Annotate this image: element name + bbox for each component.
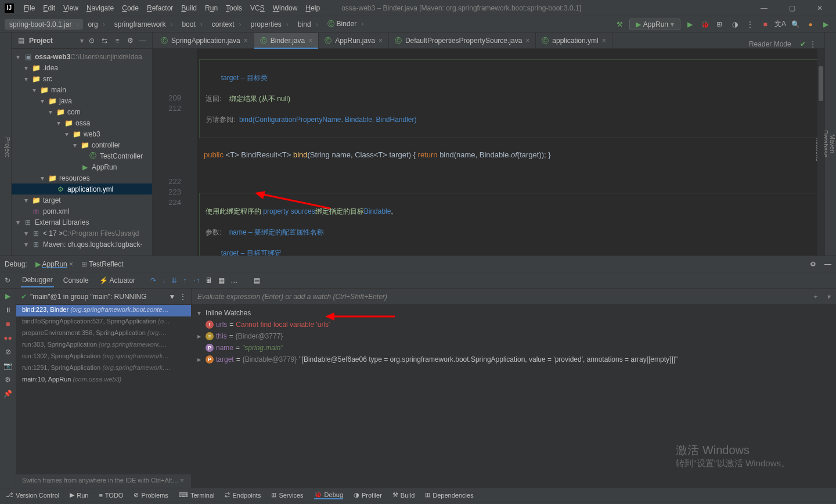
tree-node[interactable]: ▾⊞< 17 > C:\Program Files\Java\jd xyxy=(12,228,152,239)
crumb[interactable]: bind xyxy=(293,19,323,30)
stack-frame[interactable]: bind:223, Binder (org.springframework.bo… xyxy=(16,305,191,316)
menu-navigate[interactable]: Navigate xyxy=(82,4,118,12)
menu-code[interactable]: Code xyxy=(118,4,143,12)
terminal-tab[interactable]: ⌨ Terminal xyxy=(179,491,215,499)
ide-update-icon[interactable]: ● xyxy=(805,19,816,30)
menu-view[interactable]: View xyxy=(59,4,82,12)
maven-tool-tab[interactable]: Maven xyxy=(829,38,836,250)
menu-window[interactable]: Window xyxy=(269,4,302,12)
tree-node[interactable]: ▾📁ossa xyxy=(12,117,152,128)
tree-node[interactable]: ▾⊞External Libraries xyxy=(12,217,152,228)
select-opened-file-icon[interactable]: ⊙ xyxy=(87,37,96,45)
todo-tab[interactable]: ≡ TODO xyxy=(99,492,123,499)
frames-list[interactable]: bind:223, Binder (org.springframework.bo… xyxy=(16,305,191,474)
restart-icon[interactable]: ↻ xyxy=(5,276,10,285)
editor-tab[interactable]: ⒸAppRun.java× xyxy=(319,33,389,48)
left-tool-window-strip[interactable]: Project xyxy=(0,33,12,255)
crumb[interactable]: boot xyxy=(177,19,207,30)
inspections-ok-icon[interactable]: ✔ xyxy=(800,40,806,48)
variable-row[interactable]: ! urls = Cannot find local variable 'url… xyxy=(192,319,836,330)
evaluate-input[interactable]: Evaluate expression (Enter) or add a wat… xyxy=(192,289,836,305)
menu-run[interactable]: Run xyxy=(201,4,222,12)
stack-frame[interactable]: bindToSpringApplication:537, SpringAppli… xyxy=(16,316,191,328)
dependencies-tab[interactable]: ⊞ Dependencies xyxy=(425,491,473,499)
coverage-icon[interactable]: ⛨ xyxy=(714,19,726,30)
version-control-tab[interactable]: ⎇ Version Control xyxy=(6,491,59,499)
editor-tab[interactable]: ⒸSpringApplication.java× xyxy=(155,33,254,48)
stack-frame[interactable]: run:303, SpringApplication (org.springfr… xyxy=(16,340,191,351)
tree-node[interactable]: ▾📁src xyxy=(12,73,152,84)
settings-icon[interactable]: ⚙ xyxy=(125,37,135,45)
variable-row[interactable]: ▸≡ this = {Binder@3777} xyxy=(192,330,836,342)
debug-run-tab[interactable]: ▶ AppRun × xyxy=(35,260,73,268)
reader-mode-label[interactable]: Reader Mode xyxy=(749,40,791,48)
expand-all-icon[interactable]: ⇆ xyxy=(100,37,109,45)
evaluate-icon[interactable]: 🖩 xyxy=(206,276,212,285)
tree-node[interactable]: ▾📁resources xyxy=(12,172,152,183)
profiler-tab[interactable]: ◑ Profiler xyxy=(354,491,382,499)
trace-icon[interactable]: ▦ xyxy=(218,276,225,285)
crumb[interactable]: org xyxy=(83,19,109,30)
crumb-class[interactable]: ⒸBinder xyxy=(323,18,369,30)
menu-build[interactable]: Build xyxy=(177,4,201,12)
variables-tree[interactable]: ▾Inline Watches ! urls = Cannot find loc… xyxy=(192,305,836,488)
variable-row[interactable]: P name = "spring.main" xyxy=(192,342,836,354)
minimize-icon[interactable]: — xyxy=(752,4,776,12)
console-tab[interactable]: Console xyxy=(62,274,90,287)
stop-debug-icon[interactable]: ■ xyxy=(6,320,10,328)
editor-tab[interactable]: ⒸDefaultPropertiesPropertySource.java× xyxy=(389,33,536,48)
code-with-me-icon[interactable]: ▶ xyxy=(820,19,831,30)
tree-node[interactable]: ▾📁web3 xyxy=(12,128,152,139)
code[interactable]: target – 目标类 返回: 绑定结果 (从不 null) 另请参阅: bi… xyxy=(197,49,824,255)
tree-root[interactable]: ▾▣ossa-web3 C:\Users\sunjinxin\Idea xyxy=(12,51,152,62)
more-icon[interactable]: ⋮ xyxy=(744,19,756,30)
tree-node[interactable]: ⒸTestController xyxy=(12,150,152,161)
editor[interactable]: 209212222223224 target – 目标类 返回: 绑定结果 (从… xyxy=(153,49,824,255)
layout-icon[interactable]: ▤ xyxy=(254,276,260,285)
project-view-icon[interactable]: ▤ xyxy=(16,37,26,45)
variable-row[interactable]: ▸P target = {Bindable@3779} "[Bindable@5… xyxy=(192,354,836,365)
tree-node[interactable]: mpom.xml xyxy=(12,206,152,217)
endpoints-tab[interactable]: ⇄ Endpoints xyxy=(225,491,261,499)
crumb[interactable]: springframework xyxy=(110,19,178,30)
tree-node[interactable]: ▾📁controller xyxy=(12,139,152,150)
tree-node[interactable]: ▾📁main xyxy=(12,84,152,95)
tree-node[interactable]: ▾⊞Maven: ch.qos.logback:logback- xyxy=(12,239,152,250)
project-tree[interactable]: ▾▣ossa-web3 C:\Users\sunjinxin\Idea▾📁.id… xyxy=(12,49,152,252)
tree-node[interactable]: ▾📁com xyxy=(12,106,152,117)
stack-frame[interactable]: run:1302, SpringApplication (org.springf… xyxy=(16,351,191,363)
tree-node[interactable]: ▶AppRun xyxy=(12,161,152,172)
editor-tab[interactable]: ⒸBinder.java× xyxy=(254,33,319,48)
menu-tools[interactable]: Tools xyxy=(222,4,246,12)
close-icon[interactable]: ✕ xyxy=(808,4,831,12)
hide-icon[interactable]: — xyxy=(138,37,147,45)
translate-icon[interactable]: 文A xyxy=(774,19,786,30)
editor-scrollbar[interactable] xyxy=(817,49,824,255)
profile-icon[interactable]: ◑ xyxy=(729,19,741,30)
menu-help[interactable]: Help xyxy=(301,4,324,12)
stack-frame[interactable]: prepareEnvironment:356, SpringApplicatio… xyxy=(16,328,191,340)
crumb-jar[interactable]: spring-boot-3.0.1.jar xyxy=(5,19,83,30)
debug-settings-icon[interactable]: ⚙ xyxy=(810,260,816,268)
crumb[interactable]: context xyxy=(207,19,246,30)
maximize-icon[interactable]: ▢ xyxy=(780,4,803,12)
stack-frame[interactable]: run:1291, SpringApplication (org.springf… xyxy=(16,363,191,375)
right-tool-window-strip[interactable]: Maven Database Notifications xyxy=(824,33,836,255)
frames-more-icon[interactable]: ⋮ xyxy=(179,293,186,301)
menu-edit[interactable]: Edit xyxy=(39,4,59,12)
menu-file[interactable]: File xyxy=(20,4,39,12)
step-over-icon[interactable]: ↷ xyxy=(150,276,156,285)
search-icon[interactable]: 🔍 xyxy=(790,19,801,30)
step-into-icon[interactable]: ↓ xyxy=(162,276,165,285)
thread-status[interactable]: "main"@1 in group "main": RUNNING xyxy=(30,293,147,301)
editor-tab[interactable]: Ⓒapplication.yml× xyxy=(536,33,612,48)
pause-icon[interactable]: ⏸ xyxy=(5,306,12,314)
run-config-selector[interactable]: ▶AppRun ▾ xyxy=(629,19,680,30)
tree-node[interactable]: ⚙application.yml xyxy=(12,183,152,195)
menu-vcs[interactable]: VCS xyxy=(246,4,269,12)
camera-icon[interactable]: 📷 xyxy=(3,362,12,370)
force-step-into-icon[interactable]: ⇊ xyxy=(171,276,177,285)
run-tab[interactable]: ▶ Run xyxy=(70,491,88,499)
services-tab[interactable]: ⊞ Services xyxy=(271,491,303,499)
debug-tab[interactable]: 🐞 Debug xyxy=(314,491,343,499)
